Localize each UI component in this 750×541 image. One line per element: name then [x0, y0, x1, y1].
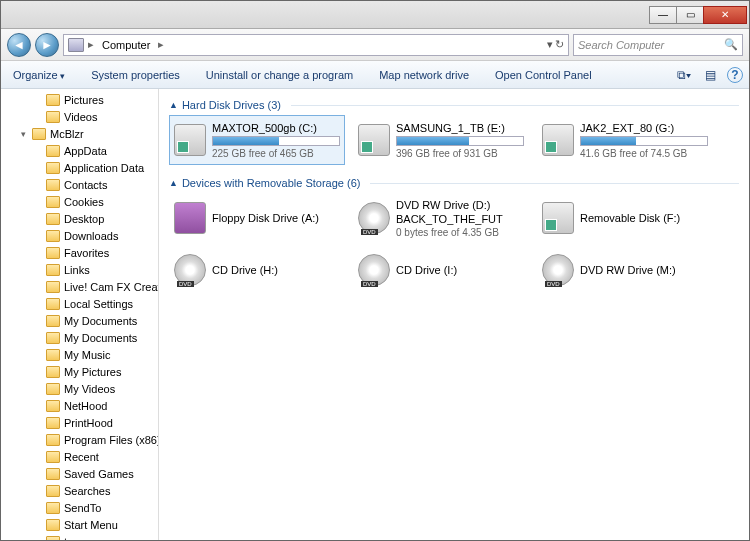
- tree-item-label: Desktop: [64, 213, 104, 225]
- tree-item-label: Live! Cam FX Creator: [64, 281, 159, 293]
- dvd-icon: [358, 202, 390, 234]
- minimize-button[interactable]: —: [649, 6, 677, 24]
- drive-tile[interactable]: Floppy Disk Drive (A:): [169, 193, 345, 243]
- drive-name: Floppy Disk Drive (A:): [212, 212, 340, 224]
- expand-icon[interactable]: ▾: [19, 129, 28, 139]
- tree-item[interactable]: My Documents: [1, 329, 158, 346]
- tree-item[interactable]: Pictures: [1, 91, 158, 108]
- drive-tile[interactable]: SAMSUNG_1_TB (E:)396 GB free of 931 GB: [353, 115, 529, 165]
- breadcrumb[interactable]: ▸ Computer ▸ ▾ ↻: [63, 34, 569, 56]
- tree-item[interactable]: Links: [1, 261, 158, 278]
- drive-free-space: 41.6 GB free of 74.5 GB: [580, 148, 708, 159]
- organize-button[interactable]: Organize: [7, 66, 71, 84]
- tree-item-label: Links: [64, 264, 90, 276]
- view-options-icon[interactable]: ⧉▾: [675, 66, 693, 84]
- drive-tile[interactable]: CD Drive (H:): [169, 245, 345, 295]
- tree-item[interactable]: SendTo: [1, 499, 158, 516]
- breadcrumb-computer[interactable]: Computer: [98, 37, 154, 53]
- tree-item[interactable]: ▾McBlzr: [1, 125, 158, 142]
- tree-item-label: Downloads: [64, 230, 118, 242]
- group-header-hdd[interactable]: ▲ Hard Disk Drives (3): [169, 95, 739, 115]
- tree-item[interactable]: temp: [1, 533, 158, 541]
- tree-item-label: NetHood: [64, 400, 107, 412]
- drive-tile[interactable]: JAK2_EXT_80 (G:)41.6 GB free of 74.5 GB: [537, 115, 713, 165]
- search-input[interactable]: Search Computer 🔍: [573, 34, 743, 56]
- tree-item[interactable]: Start Menu: [1, 516, 158, 533]
- open-control-panel-button[interactable]: Open Control Panel: [489, 66, 598, 84]
- tree-item-label: Recent: [64, 451, 99, 463]
- tree-item-label: My Documents: [64, 332, 137, 344]
- forward-button[interactable]: ►: [35, 33, 59, 57]
- hdd-icon: [174, 124, 206, 156]
- help-icon[interactable]: ?: [727, 67, 743, 83]
- uninstall-button[interactable]: Uninstall or change a program: [200, 66, 359, 84]
- group-title: Hard Disk Drives (3): [182, 99, 281, 111]
- back-button[interactable]: ◄: [7, 33, 31, 57]
- tree-item[interactable]: Desktop: [1, 210, 158, 227]
- drive-tile[interactable]: DVD RW Drive (M:): [537, 245, 713, 295]
- tree-item[interactable]: AppData: [1, 142, 158, 159]
- tree-item[interactable]: Cookies: [1, 193, 158, 210]
- fold-icon: [46, 247, 60, 259]
- collapse-icon: ▲: [169, 100, 178, 110]
- tree-item[interactable]: My Documents: [1, 312, 158, 329]
- fold-icon: [46, 298, 60, 310]
- tree-item[interactable]: My Videos: [1, 380, 158, 397]
- fold-icon: [46, 536, 60, 542]
- tree-item-label: My Videos: [64, 383, 115, 395]
- tree-item-label: Favorites: [64, 247, 109, 259]
- fold-icon: [46, 417, 60, 429]
- search-placeholder: Search Computer: [578, 39, 664, 51]
- tree-item-label: My Music: [64, 349, 110, 361]
- chevron-right-icon[interactable]: ▸: [158, 38, 164, 51]
- tree-item[interactable]: PrintHood: [1, 414, 158, 431]
- tree-item[interactable]: Saved Games: [1, 465, 158, 482]
- maximize-button[interactable]: ▭: [676, 6, 704, 24]
- preview-pane-icon[interactable]: ▤: [701, 66, 719, 84]
- tree-item[interactable]: Live! Cam FX Creator: [1, 278, 158, 295]
- tree-item[interactable]: Searches: [1, 482, 158, 499]
- drive-name: DVD RW Drive (D:): [396, 199, 524, 211]
- fold-icon: [46, 502, 60, 514]
- tree-item-label: Application Data: [64, 162, 144, 174]
- fold-icon: [46, 485, 60, 497]
- tree-item[interactable]: Contacts: [1, 176, 158, 193]
- drive-name: SAMSUNG_1_TB (E:): [396, 122, 524, 134]
- address-dropdown-icon[interactable]: ▾: [547, 38, 553, 51]
- toolbar: Organize System properties Uninstall or …: [1, 61, 749, 89]
- fold-icon: [46, 315, 60, 327]
- chevron-right-icon[interactable]: ▸: [88, 38, 94, 51]
- tree-item[interactable]: Downloads: [1, 227, 158, 244]
- tree-item[interactable]: Favorites: [1, 244, 158, 261]
- tree-item-label: Videos: [64, 111, 97, 123]
- group-header-removable[interactable]: ▲ Devices with Removable Storage (6): [169, 173, 739, 193]
- content-pane: ▲ Hard Disk Drives (3) MAXTOR_500gb (C:)…: [159, 89, 749, 541]
- tree-item-label: SendTo: [64, 502, 101, 514]
- drive-tile[interactable]: Removable Disk (F:): [537, 193, 713, 243]
- tree-item[interactable]: NetHood: [1, 397, 158, 414]
- tree-item[interactable]: Application Data: [1, 159, 158, 176]
- system-properties-button[interactable]: System properties: [85, 66, 186, 84]
- drive-name: MAXTOR_500gb (C:): [212, 122, 340, 134]
- tree-item[interactable]: Recent: [1, 448, 158, 465]
- close-button[interactable]: ✕: [703, 6, 747, 24]
- group-removable-storage: ▲ Devices with Removable Storage (6) Flo…: [169, 173, 739, 295]
- drive-tile[interactable]: MAXTOR_500gb (C:)225 GB free of 465 GB: [169, 115, 345, 165]
- tree-item[interactable]: My Pictures: [1, 363, 158, 380]
- tree-item[interactable]: Local Settings: [1, 295, 158, 312]
- drive-name: CD Drive (H:): [212, 264, 340, 276]
- titlebar: — ▭ ✕: [1, 1, 749, 29]
- tree-item[interactable]: Program Files (x86): [1, 431, 158, 448]
- navigation-tree[interactable]: PicturesVideos▾McBlzrAppDataApplication …: [1, 89, 159, 541]
- fold-icon: [46, 400, 60, 412]
- fold-icon: [46, 468, 60, 480]
- drive-tile[interactable]: DVD RW Drive (D:)BACK_TO_THE_FUT0 bytes …: [353, 193, 529, 243]
- drive-tile[interactable]: CD Drive (I:): [353, 245, 529, 295]
- group-title: Devices with Removable Storage (6): [182, 177, 361, 189]
- tree-item[interactable]: Videos: [1, 108, 158, 125]
- refresh-icon[interactable]: ↻: [555, 38, 564, 51]
- tree-item-label: My Documents: [64, 315, 137, 327]
- drive-name: DVD RW Drive (M:): [580, 264, 708, 276]
- tree-item[interactable]: My Music: [1, 346, 158, 363]
- map-network-drive-button[interactable]: Map network drive: [373, 66, 475, 84]
